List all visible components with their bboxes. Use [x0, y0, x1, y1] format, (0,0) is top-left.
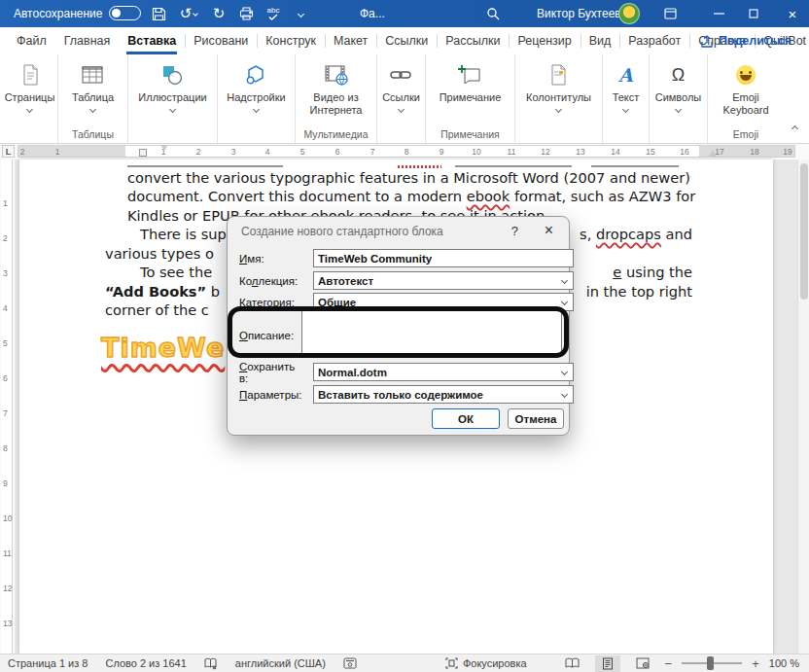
ribbon-group-text: A Текст — [603, 54, 650, 143]
ribbon-tab[interactable]: Макет — [325, 27, 376, 54]
vertical-ruler[interactable]: 12345678910111213 — [0, 159, 15, 654]
status-bar: Страница 1 из 8 Слово 2 из 1641 английск… — [0, 654, 809, 672]
symbols-button[interactable]: Ω Символы — [655, 54, 702, 128]
page-indicator[interactable]: Страница 1 из 8 — [8, 657, 88, 669]
ribbon-tab[interactable]: Ссылки — [376, 27, 437, 54]
account-user-name[interactable]: Виктор Бухтеев — [537, 0, 621, 27]
web-layout-button[interactable] — [630, 655, 655, 672]
ruler-mark: 19 — [783, 147, 791, 157]
collapse-ribbon-button[interactable] — [792, 118, 797, 135]
word-count[interactable]: Слово 2 из 1641 — [105, 657, 186, 669]
read-mode-button[interactable] — [560, 655, 585, 672]
ribbon-group-illustrations: Иллюстрации — [128, 54, 218, 143]
maximize-button[interactable] — [737, 0, 770, 27]
autosave-toggle[interactable] — [109, 6, 141, 20]
accessibility-icon[interactable] — [343, 657, 357, 669]
right-indent-marker[interactable] — [709, 150, 717, 157]
dropdown-chevron-icon — [398, 106, 404, 113]
user-avatar[interactable] — [618, 3, 640, 24]
name-input[interactable] — [313, 249, 574, 267]
save-in-label: Сохранить в: — [239, 361, 301, 384]
ruler-mark: 13 — [3, 619, 12, 628]
ruler-mark: 2 — [196, 147, 201, 157]
save-in-dropdown[interactable]: Normal.dotm — [313, 363, 574, 381]
text-line: convert the various typographic features… — [105, 168, 692, 188]
dialog-close-button[interactable]: × — [545, 222, 553, 239]
ruler-mark: 9 — [440, 147, 444, 157]
zoom-out-button[interactable]: − — [665, 656, 673, 671]
text-button[interactable]: A Текст — [613, 54, 640, 128]
first-line-indent-marker[interactable] — [160, 145, 168, 151]
options-dropdown[interactable]: Вставить только содержимое — [313, 385, 574, 404]
vertical-scrollbar[interactable] — [797, 159, 809, 654]
addins-icon — [244, 61, 267, 88]
help-button[interactable]: ? — [511, 224, 518, 238]
qat-more-commands-button[interactable] — [288, 0, 313, 27]
collection-dropdown[interactable]: Автотекст — [313, 271, 574, 290]
print-layout-button[interactable] — [595, 655, 620, 672]
save-icon[interactable] — [146, 0, 171, 27]
header-footer-button[interactable]: Колонтитулы — [526, 54, 591, 128]
timeweb-logo-text[interactable]: TimeWe — [101, 333, 225, 363]
links-button[interactable]: Ссылки — [382, 54, 420, 128]
close-button[interactable]: × — [776, 0, 809, 27]
minimize-button[interactable] — [702, 0, 735, 27]
ribbon-tab[interactable]: Рецензир — [509, 27, 580, 54]
dropdown-chevron-icon — [561, 277, 568, 284]
tab-stop-selector[interactable]: L — [2, 145, 15, 158]
zoom-in-button[interactable]: + — [752, 656, 759, 671]
ribbon-tab[interactable]: Разработ — [619, 27, 689, 54]
redo-button[interactable]: ↻ — [206, 0, 231, 27]
cancel-button[interactable]: Отмена — [508, 408, 564, 429]
comment-button[interactable]: Примечание — [440, 54, 502, 128]
addins-button[interactable]: Надстройки — [227, 54, 285, 128]
table-button[interactable]: Таблица — [72, 54, 114, 128]
left-indent-marker[interactable] — [139, 149, 147, 157]
proofing-errors-icon[interactable] — [204, 657, 218, 670]
description-input[interactable] — [301, 310, 562, 354]
ruler-mark: 13 — [576, 147, 584, 157]
quick-print-button[interactable] — [233, 0, 259, 27]
horizontal-ruler[interactable]: 2112345678910111213141516171819 — [18, 145, 795, 158]
spelling-grammar-button[interactable]: abc — [261, 0, 286, 27]
omega-icon: Ω — [672, 61, 685, 88]
undo-icon: ↺ — [180, 5, 193, 22]
options-row: Параметры: Вставить только содержимое — [239, 385, 301, 404]
document-title: Фа... — [360, 0, 385, 27]
table-icon — [81, 61, 104, 88]
text-line: document. Convert this document to a mod… — [105, 187, 692, 206]
ribbon-group-symbols: Ω Символы — [650, 54, 708, 143]
zoom-slider-thumb[interactable] — [707, 656, 714, 670]
ribbon-tab[interactable]: Рассылки — [437, 27, 509, 54]
ribbon-display-options-button[interactable] — [653, 0, 686, 27]
category-dropdown[interactable]: Общие — [313, 293, 574, 311]
undo-button[interactable]: ↺ — [173, 0, 204, 27]
ribbon-tab[interactable]: Вставка — [119, 27, 185, 54]
ribbon-tab[interactable]: Файл — [8, 27, 55, 54]
category-label: Категория: — [239, 297, 301, 308]
ribbon-tab[interactable]: Рисовани — [185, 27, 257, 54]
pages-button[interactable]: Страницы — [5, 54, 55, 128]
zoom-slider[interactable] — [682, 662, 742, 664]
emoji-keyboard-button[interactable]: Emoji Keyboard — [717, 54, 775, 128]
category-row: Категория: Общие — [239, 293, 301, 311]
dropdown-chevron-icon — [253, 106, 260, 113]
options-label: Параметры: — [239, 389, 301, 401]
ruler-mark: 16 — [680, 147, 688, 157]
language-indicator[interactable]: английский (США) — [235, 657, 326, 669]
group-label-comments: Примечания — [440, 128, 500, 143]
search-icon[interactable] — [480, 0, 506, 27]
illustrations-button[interactable]: Иллюстрации — [138, 54, 206, 128]
share-button[interactable]: Поделиться — [692, 30, 799, 52]
ribbon-tab[interactable]: Главная — [55, 27, 120, 54]
ruler-mark: 12 — [3, 584, 12, 593]
scrollbar-thumb[interactable] — [800, 163, 808, 300]
online-video-button[interactable]: Видео из Интернета — [302, 54, 370, 128]
ribbon-tab[interactable]: Вид — [580, 27, 620, 54]
ribbon-tab[interactable]: Конструк — [257, 27, 325, 54]
zoom-level[interactable]: 100 % — [769, 657, 799, 669]
focus-mode-button[interactable]: Фокусировка — [445, 657, 527, 669]
title-bar: Автосохранение ↺ ↻ abc Фа... Виктор Бухт… — [0, 0, 809, 27]
ruler-mark: 8 — [404, 147, 409, 157]
ok-button[interactable]: ОК — [432, 408, 500, 429]
